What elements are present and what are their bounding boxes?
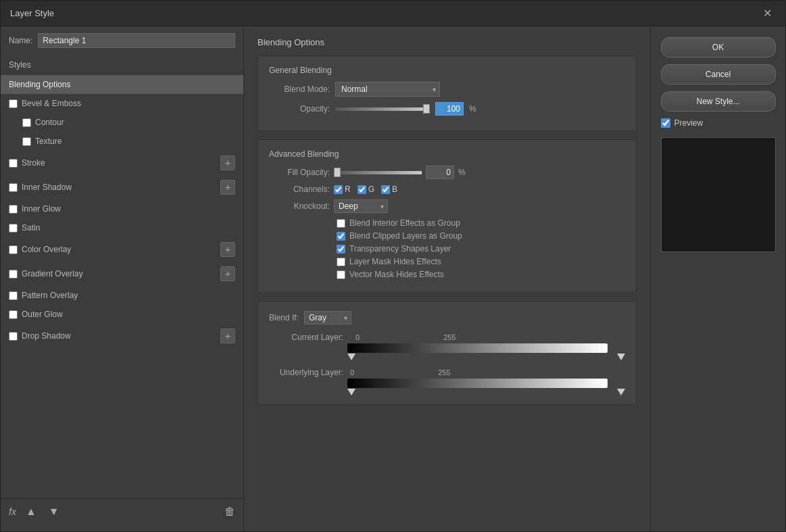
blend-clipped-checkbox[interactable] xyxy=(337,232,345,241)
knockout-row: Knockout: None Shallow Deep xyxy=(269,199,625,213)
checkbox-stroke[interactable] xyxy=(9,159,18,168)
underlying-layer-label: Underlying Layer: xyxy=(269,368,343,377)
sidebar-item-drop-shadow[interactable]: Drop Shadow + xyxy=(1,324,243,348)
blend-clipped-option[interactable]: Blend Clipped Layers as Group xyxy=(269,231,625,241)
preview-checkbox[interactable] xyxy=(661,118,670,128)
checkbox-drop-shadow[interactable] xyxy=(9,332,18,341)
section-title: Blending Options xyxy=(257,37,637,47)
knockout-select[interactable]: None Shallow Deep xyxy=(334,199,388,213)
layer-style-dialog: Layer Style ✕ Name: Styles Blending Opti… xyxy=(0,0,786,532)
sidebar-item-blending-options[interactable]: Blending Options xyxy=(1,75,243,94)
sidebar-item-bevel-emboss[interactable]: Bevel & Emboss xyxy=(1,94,243,113)
sidebar-item-gradient-overlay[interactable]: Gradient Overlay + xyxy=(1,262,243,286)
vector-mask-option[interactable]: Vector Mask Hides Effects xyxy=(269,270,625,279)
move-up-button[interactable]: ▲ xyxy=(23,504,39,519)
opacity-slider-track xyxy=(335,107,430,111)
blend-interior-option[interactable]: Blend Interior Effects as Group xyxy=(269,218,625,228)
sidebar-item-satin[interactable]: Satin xyxy=(1,218,243,237)
checkbox-gradient-overlay[interactable] xyxy=(9,270,18,279)
blend-mode-select[interactable]: Normal Dissolve Multiply Screen Overlay xyxy=(335,82,440,97)
checkbox-texture[interactable] xyxy=(22,137,31,146)
transparency-shapes-option[interactable]: Transparency Shapes Layer xyxy=(269,244,625,253)
item-label-stroke: Stroke xyxy=(22,158,216,168)
cancel-button[interactable]: Cancel xyxy=(661,64,776,84)
item-label-bevel-emboss: Bevel & Emboss xyxy=(22,99,235,108)
sidebar-item-texture[interactable]: Texture xyxy=(1,132,243,151)
plus-drop-shadow[interactable]: + xyxy=(220,329,235,343)
underlying-layer-handle-left[interactable] xyxy=(347,389,355,395)
layer-name-input[interactable] xyxy=(38,33,235,48)
transparency-shapes-checkbox[interactable] xyxy=(337,245,345,253)
current-layer-slider-container xyxy=(347,343,625,353)
plus-inner-shadow[interactable]: + xyxy=(220,180,235,195)
sidebar-item-contour[interactable]: Contour xyxy=(1,113,243,132)
item-label-blending-options: Blending Options xyxy=(9,80,235,89)
underlying-layer-values: Underlying Layer: 0 255 xyxy=(269,368,625,377)
move-down-button[interactable]: ▼ xyxy=(46,504,62,519)
fill-opacity-slider[interactable] xyxy=(334,171,422,174)
sidebar-item-color-overlay[interactable]: Color Overlay + xyxy=(1,237,243,262)
current-layer-handle-right[interactable] xyxy=(617,354,625,360)
blend-if-select[interactable]: Gray Red Green Blue xyxy=(304,311,351,324)
sidebar-item-outer-glow[interactable]: Outer Glow xyxy=(1,305,243,324)
plus-color-overlay[interactable]: + xyxy=(220,242,235,257)
layer-mask-checkbox[interactable] xyxy=(337,258,345,266)
right-panel: OK Cancel New Style... Preview xyxy=(650,26,785,531)
checkbox-contour[interactable] xyxy=(22,118,31,127)
delete-button[interactable]: 🗑 xyxy=(224,506,235,518)
vector-mask-checkbox[interactable] xyxy=(337,270,345,279)
vector-mask-label: Vector Mask Hides Effects xyxy=(349,270,444,279)
layer-mask-option[interactable]: Layer Mask Hides Effects xyxy=(269,257,625,266)
left-panel: Name: Styles Blending Options Bevel & Em… xyxy=(1,26,244,531)
sidebar-item-stroke[interactable]: Stroke + xyxy=(1,151,243,175)
channel-g-text: G xyxy=(368,185,374,194)
channel-g-label[interactable]: G xyxy=(358,185,374,194)
fill-opacity-input[interactable] xyxy=(426,166,454,179)
underlying-layer-section: Underlying Layer: 0 255 xyxy=(269,368,625,388)
underlying-layer-max: 255 xyxy=(438,368,450,377)
channel-r-checkbox[interactable] xyxy=(334,185,343,194)
checkbox-satin[interactable] xyxy=(9,224,18,233)
styles-label: Styles xyxy=(9,60,235,70)
blend-if-label: Blend If: xyxy=(269,313,299,322)
blend-mode-label: Blend Mode: xyxy=(269,84,330,94)
transparency-shapes-label: Transparency Shapes Layer xyxy=(349,244,451,253)
checkbox-outer-glow[interactable] xyxy=(9,310,18,319)
current-layer-handle-left[interactable] xyxy=(347,354,355,360)
opacity-label: Opacity: xyxy=(269,104,330,114)
current-layer-max: 255 xyxy=(443,333,456,341)
plus-gradient-overlay[interactable]: + xyxy=(220,266,235,281)
item-label-drop-shadow: Drop Shadow xyxy=(22,331,216,341)
channel-r-label[interactable]: R xyxy=(334,185,351,194)
channel-b-checkbox[interactable] xyxy=(381,185,390,194)
ok-button[interactable]: OK xyxy=(661,37,776,57)
opacity-slider[interactable] xyxy=(335,107,430,111)
checkbox-bevel-emboss[interactable] xyxy=(9,99,18,108)
blend-interior-checkbox[interactable] xyxy=(337,219,345,228)
checkbox-color-overlay[interactable] xyxy=(9,245,18,254)
opacity-input[interactable] xyxy=(435,102,464,116)
channel-g-checkbox[interactable] xyxy=(358,185,366,194)
plus-stroke[interactable]: + xyxy=(220,155,235,170)
close-button[interactable]: ✕ xyxy=(759,5,776,21)
blend-clipped-label: Blend Clipped Layers as Group xyxy=(349,231,462,241)
new-style-button[interactable]: New Style... xyxy=(661,91,776,112)
sidebar-item-pattern-overlay[interactable]: Pattern Overlay xyxy=(1,286,243,305)
underlying-layer-slider-container xyxy=(347,379,625,388)
checkbox-inner-shadow[interactable] xyxy=(9,183,18,192)
preview-box xyxy=(661,137,776,252)
channels-row: Channels: R G B xyxy=(269,185,625,194)
item-label-satin: Satin xyxy=(22,223,235,233)
checkbox-inner-glow[interactable] xyxy=(9,205,18,214)
item-label-color-overlay: Color Overlay xyxy=(22,245,216,254)
advanced-blending-title: Advanced Blending xyxy=(269,149,625,159)
blend-if-select-wrapper: Gray Red Green Blue xyxy=(304,311,351,324)
item-label-texture: Texture xyxy=(35,137,235,146)
checkbox-pattern-overlay[interactable] xyxy=(9,291,18,300)
underlying-layer-handle-right[interactable] xyxy=(617,389,625,395)
opacity-pct: % xyxy=(469,104,476,114)
channel-b-label[interactable]: B xyxy=(381,185,397,194)
styles-section: Styles xyxy=(1,56,243,75)
sidebar-item-inner-shadow[interactable]: Inner Shadow + xyxy=(1,175,243,199)
sidebar-item-inner-glow[interactable]: Inner Glow xyxy=(1,199,243,218)
